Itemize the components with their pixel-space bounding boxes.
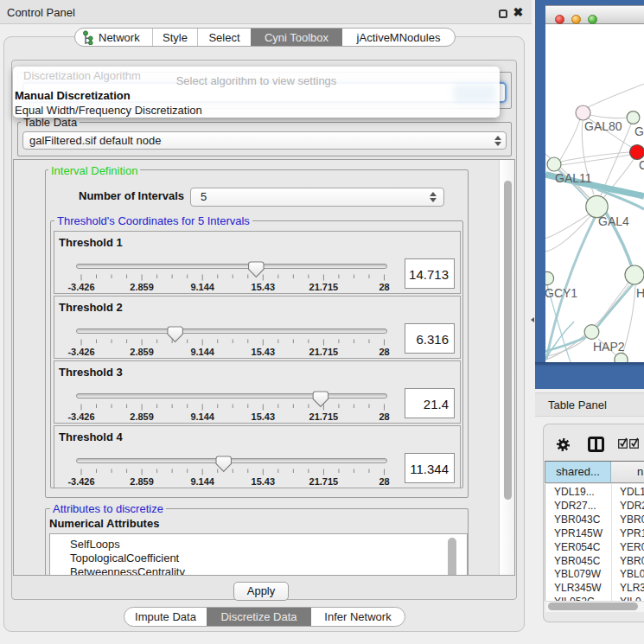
svg-text:21.715: 21.715 <box>309 282 339 292</box>
svg-text:-3.426: -3.426 <box>67 347 94 357</box>
svg-text:GCY1: GCY1 <box>545 286 577 300</box>
svg-text:9.144: 9.144 <box>190 347 214 357</box>
svg-text:GAL80: GAL80 <box>584 119 622 133</box>
svg-text:15.43: 15.43 <box>252 411 276 422</box>
svg-text:15.43: 15.43 <box>252 347 276 357</box>
svg-text:C: C <box>639 158 644 172</box>
svg-text:21.715: 21.715 <box>309 347 339 357</box>
svg-text:HAP2: HAP2 <box>593 340 625 354</box>
svg-text:21.715: 21.715 <box>309 476 339 487</box>
svg-text:-3.426: -3.426 <box>67 476 94 487</box>
svg-text:15.43: 15.43 <box>252 476 276 487</box>
svg-text:-3.426: -3.426 <box>67 282 94 292</box>
svg-text:28: 28 <box>379 282 389 292</box>
svg-text:28: 28 <box>379 411 389 422</box>
svg-text:9.144: 9.144 <box>190 411 214 422</box>
svg-text:9.144: 9.144 <box>190 282 214 292</box>
svg-text:GAL4: GAL4 <box>598 214 629 228</box>
svg-text:2.859: 2.859 <box>130 411 154 422</box>
svg-text:21.715: 21.715 <box>309 411 339 422</box>
svg-text:H: H <box>636 286 644 300</box>
svg-text:2.859: 2.859 <box>130 282 154 292</box>
svg-text:2.859: 2.859 <box>130 476 154 487</box>
svg-text:28: 28 <box>379 476 389 487</box>
svg-text:28: 28 <box>379 347 389 357</box>
svg-text:9.144: 9.144 <box>190 476 214 487</box>
svg-text:2.859: 2.859 <box>130 347 154 357</box>
svg-text:15.43: 15.43 <box>252 282 276 292</box>
svg-text:GA: GA <box>634 124 644 138</box>
svg-text:GAL11: GAL11 <box>555 171 592 185</box>
svg-text:-3.426: -3.426 <box>67 411 94 422</box>
